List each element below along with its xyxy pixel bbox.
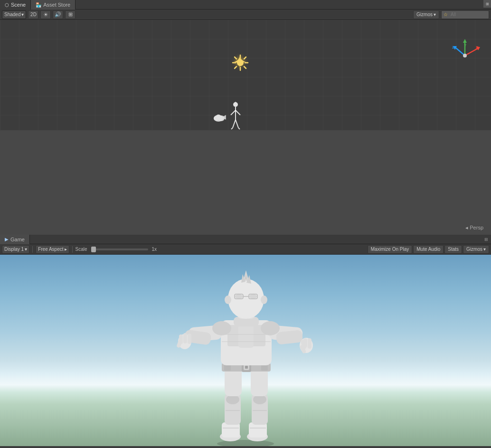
game-maximize-btn[interactable]: ⊞ [482, 236, 490, 243]
scene-tab[interactable]: ⬡ Scene [0, 0, 31, 10]
svg-point-80 [249, 294, 257, 299]
svg-line-25 [465, 48, 478, 56]
3d-character [174, 255, 317, 446]
svg-rect-65 [183, 333, 187, 343]
game-gizmos-button[interactable]: Gizmos ▾ [463, 245, 489, 254]
gizmos-label: Gizmos [416, 12, 433, 17]
svg-point-78 [228, 279, 264, 319]
gizmos-button[interactable]: Gizmos ▾ [413, 10, 439, 19]
asset-store-icon: 🏪 [36, 2, 41, 8]
svg-text:Z: Z [452, 45, 454, 49]
game-tab[interactable]: ▶ Game [0, 235, 30, 244]
game-panel: ▶ Game ⊞ Display 1 ▾ Free Aspect ▸ Scale… [0, 235, 491, 446]
effects-button[interactable]: ⊞ [65, 10, 76, 19]
aspect-arrow-icon: ▸ [65, 247, 67, 252]
scene-character [230, 102, 241, 135]
svg-rect-66 [188, 334, 191, 344]
svg-text:Y: Y [464, 43, 467, 48]
svg-point-75 [212, 321, 231, 335]
maximize-on-play-button[interactable]: Maximize On Play [368, 245, 413, 254]
scene-objects [213, 102, 241, 135]
display-label: Display 1 [4, 247, 24, 252]
search-star-icon: ☆ [444, 12, 448, 17]
svg-point-14 [233, 102, 238, 107]
svg-point-29 [463, 54, 467, 57]
maximize-icon: ⊞ [484, 237, 488, 242]
svg-line-21 [231, 128, 233, 129]
svg-marker-24 [463, 39, 467, 43]
asset-store-tab[interactable]: 🏪 Asset Store [31, 0, 76, 10]
scene-toolbar: Shaded ▾ 2D ☀ 🔊 ⊞ Gizmos ▾ ☆ [0, 10, 491, 20]
shading-dropdown[interactable]: Shaded ▾ [2, 10, 26, 19]
svg-point-0 [237, 59, 244, 66]
shading-label: Shaded [4, 12, 20, 17]
lighting-button[interactable]: ☀ [40, 10, 51, 19]
svg-rect-72 [308, 338, 312, 349]
svg-point-12 [216, 114, 221, 118]
stats-button[interactable]: Stats [444, 245, 462, 254]
shading-chevron-icon: ▾ [21, 12, 24, 17]
gizmos-chevron-icon: ▾ [434, 12, 436, 17]
mute-audio-button[interactable]: Mute Audio [413, 245, 444, 254]
scene-search-container: ☆ [441, 10, 489, 19]
scene-window-controls: ⊞ [483, 0, 491, 8]
svg-rect-51 [245, 366, 248, 369]
svg-point-76 [261, 321, 280, 335]
scene-tab-label: Scene [11, 2, 26, 8]
svg-line-20 [236, 120, 238, 128]
effects-icon: ⊞ [68, 11, 73, 18]
game-toolbar-right: Maximize On Play Mute Audio Stats Gizmos… [368, 245, 489, 254]
game-character-container [174, 255, 317, 446]
toolbar-separator-2 [72, 246, 73, 253]
axis-gizmo[interactable]: Y X Z [448, 39, 482, 72]
aspect-label: Free Aspect [38, 247, 63, 252]
svg-line-19 [233, 120, 236, 128]
svg-line-8 [235, 67, 236, 68]
aspect-dropdown[interactable]: Free Aspect ▸ [36, 245, 69, 254]
2d-label: 2D [30, 12, 37, 17]
scene-maximize-btn[interactable]: ⊞ [483, 0, 491, 8]
ground-plane [0, 130, 491, 235]
scene-panel: ⬡ Scene 🏪 Asset Store ⊞ Shaded ▾ 2D ☀ 🔊 … [0, 0, 491, 235]
svg-line-17 [231, 110, 236, 115]
persp-label: ◂ Persp [465, 225, 483, 231]
svg-point-33 [217, 440, 274, 446]
scene-tab-icon: ⬡ [5, 2, 9, 8]
game-gizmos-label: Gizmos [466, 247, 482, 252]
scale-thumb [91, 247, 96, 252]
game-viewport[interactable] [0, 255, 491, 446]
scale-label: Scale [76, 247, 87, 252]
game-tab-icon: ▶ [5, 237, 9, 242]
toolbar-separator-1 [32, 246, 33, 253]
game-tab-bar: ▶ Game ⊞ [0, 235, 491, 244]
sun-small-icon: ☀ [43, 11, 48, 18]
svg-line-6 [244, 67, 246, 68]
svg-line-5 [235, 57, 236, 59]
asset-store-tab-label: Asset Store [43, 2, 70, 8]
svg-point-89 [261, 295, 267, 304]
scene-tab-bar: ⬡ Scene 🏪 Asset Store ⊞ [0, 0, 491, 10]
svg-line-7 [244, 57, 246, 59]
game-toolbar: Display 1 ▾ Free Aspect ▸ Scale 1x Maxim… [0, 244, 491, 255]
svg-line-22 [238, 128, 240, 129]
svg-point-79 [235, 294, 243, 299]
svg-text:X: X [476, 45, 479, 49]
scene-viewport[interactable]: ✦ [0, 20, 491, 235]
svg-point-88 [225, 295, 231, 304]
camera-icon [213, 113, 226, 124]
svg-line-18 [236, 110, 240, 115]
2d-button[interactable]: 2D [28, 10, 38, 19]
scale-value: 1x [152, 247, 157, 252]
audio-button[interactable]: 🔊 [53, 10, 63, 19]
audio-icon: 🔊 [55, 11, 61, 18]
game-gizmos-chevron-icon: ▾ [483, 247, 486, 252]
sun-rays [232, 54, 249, 75]
display-chevron-icon: ▾ [25, 247, 27, 252]
display-dropdown[interactable]: Display 1 ▾ [2, 245, 29, 254]
scene-search-input[interactable] [449, 10, 487, 19]
scene-toolbar-right: Gizmos ▾ ☆ [413, 10, 489, 19]
scale-slider[interactable] [91, 248, 148, 250]
game-tab-label: Game [10, 237, 25, 242]
